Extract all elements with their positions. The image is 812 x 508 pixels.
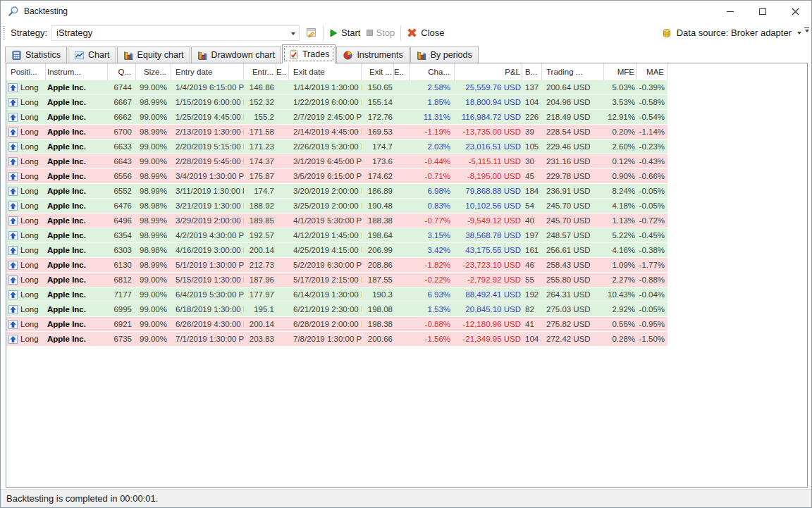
- properties-icon: [305, 27, 317, 39]
- table-row[interactable]: Long Apple Inc. 6552 98.99% 3/11/2019 1:…: [6, 184, 668, 199]
- stop-button[interactable]: Stop: [367, 27, 395, 38]
- bars-cell: 184: [522, 184, 542, 198]
- header-position[interactable]: Positi...: [6, 63, 46, 80]
- header-bars[interactable]: B...: [522, 63, 542, 80]
- header-trading[interactable]: Trading ...: [542, 63, 604, 80]
- quantity-cell: 6496: [108, 213, 136, 228]
- header-quantity[interactable]: Q...: [108, 63, 136, 80]
- long-position-icon: [8, 98, 18, 107]
- entry-extra-cell: [276, 169, 289, 183]
- table-row[interactable]: Long Apple Inc. 6556 98.99% 3/4/2019 1:3…: [6, 169, 668, 184]
- tab-chart[interactable]: Chart: [68, 47, 116, 63]
- table-row[interactable]: Long Apple Inc. 6812 99.00% 5/15/2019 1:…: [6, 273, 668, 287]
- toolbar-grip[interactable]: [3, 26, 5, 40]
- strategy-properties-button[interactable]: [305, 27, 317, 39]
- tab-instruments[interactable]: Instruments: [336, 47, 409, 63]
- table-row[interactable]: Long Apple Inc. 6130 98.99% 5/1/2019 1:3…: [6, 258, 668, 273]
- size-cell: 99.00%: [136, 110, 171, 124]
- entry-extra-cell: [276, 140, 289, 154]
- table-row[interactable]: Long Apple Inc. 6735 99.00% 7/1/2019 1:3…: [6, 332, 668, 347]
- start-button[interactable]: Start: [329, 27, 360, 38]
- pnl-cell: 23,016.51 USD: [455, 140, 522, 154]
- pnl-cell: 38,568.78 USD: [455, 228, 522, 242]
- tab-statistics[interactable]: Statistics: [5, 47, 67, 63]
- position-side: Long: [20, 261, 39, 269]
- quantity-cell: 6667: [108, 95, 136, 109]
- mae-cell: -0.54%: [636, 110, 668, 124]
- header-pnl[interactable]: P&L: [455, 63, 522, 80]
- close-backtest-button[interactable]: Close: [407, 27, 444, 38]
- entry-price-cell: 203.83: [244, 332, 276, 346]
- table-row[interactable]: Long Apple Inc. 6667 98.99% 1/15/2019 6:…: [6, 95, 668, 110]
- mae-cell: -0.88%: [636, 273, 668, 287]
- tab-drawdown-chart[interactable]: Drawdown chart: [191, 47, 281, 63]
- header-entry-date[interactable]: Entry date: [171, 63, 244, 80]
- exit-price-cell: 174.7: [362, 140, 394, 154]
- header-exit-extra[interactable]: E..: [394, 63, 410, 80]
- close-window-button[interactable]: [779, 1, 811, 22]
- exit-extra-cell: [394, 317, 410, 331]
- pnl-cell: -5,115.11 USD: [455, 154, 522, 168]
- change-cell: -1.82%: [410, 258, 455, 272]
- header-mae[interactable]: MAE: [636, 63, 668, 80]
- table-row[interactable]: Long Apple Inc. 6633 99.00% 2/20/2019 5:…: [6, 140, 668, 154]
- mfe-cell: 3.53%: [604, 95, 636, 109]
- change-cell: 3.15%: [410, 228, 455, 242]
- database-icon: [661, 27, 672, 39]
- exit-extra-cell: [394, 140, 410, 154]
- bars-cell: 39: [522, 125, 542, 139]
- position-side: Long: [20, 320, 39, 328]
- header-exit-date[interactable]: Exit date: [289, 63, 362, 80]
- entry-extra-cell: [276, 154, 289, 168]
- header-change[interactable]: Cha...: [410, 63, 455, 80]
- header-entry-extra[interactable]: E..: [276, 63, 289, 80]
- header-instrument[interactable]: Instrum...: [46, 63, 108, 80]
- exit-price-cell: 186.89: [362, 184, 394, 198]
- exit-extra-cell: [394, 95, 410, 109]
- mae-cell: -1.14%: [636, 125, 668, 139]
- table-row[interactable]: Long Apple Inc. 6921 99.00% 6/26/2019 4:…: [6, 317, 668, 332]
- strategy-combobox[interactable]: iStrategy: [51, 25, 300, 41]
- table-row[interactable]: Long Apple Inc. 6476 98.98% 3/21/2019 1:…: [6, 199, 668, 213]
- toolbar-overflow-button[interactable]: [804, 27, 810, 37]
- instrument-cell: Apple Inc.: [46, 199, 108, 213]
- table-row[interactable]: Long Apple Inc. 6700 98.99% 2/13/2019 1:…: [6, 125, 668, 140]
- trading-cell: 236.91 USD: [542, 184, 604, 198]
- long-position-icon: [8, 216, 18, 225]
- mae-cell: -0.38%: [636, 243, 668, 257]
- table-row[interactable]: Long Apple Inc. 6744 99.00% 1/4/2019 6:1…: [6, 80, 668, 95]
- table-row[interactable]: Long Apple Inc. 6643 99.00% 2/28/2019 5:…: [6, 154, 668, 169]
- maximize-button[interactable]: [746, 1, 779, 22]
- data-source-button[interactable]: Data source: Broker adapter: [661, 27, 801, 39]
- mfe-cell: 0.28%: [604, 332, 636, 346]
- trading-cell: 200.64 USD: [542, 80, 604, 94]
- instrument-cell: Apple Inc.: [46, 213, 108, 228]
- change-cell: 3.42%: [410, 243, 455, 257]
- header-entry-price[interactable]: Entr...: [244, 63, 276, 80]
- close-icon: [792, 8, 799, 16]
- mae-cell: -0.95%: [636, 317, 668, 331]
- table-row[interactable]: Long Apple Inc. 6303 98.98% 4/16/2019 3:…: [6, 243, 668, 258]
- header-mfe[interactable]: MFE: [604, 63, 636, 80]
- exit-date-cell: 3/25/2019 2:00:00 PM: [289, 199, 362, 213]
- exit-extra-cell: [394, 154, 410, 168]
- header-size[interactable]: Size...: [136, 63, 171, 80]
- long-position-icon: [8, 246, 18, 255]
- tab-trades[interactable]: Trades: [282, 44, 336, 63]
- tab-by-periods[interactable]: By periods: [410, 47, 479, 63]
- table-row[interactable]: Long Apple Inc. 6662 99.00% 1/25/2019 4:…: [6, 110, 668, 125]
- table-row[interactable]: Long Apple Inc. 6354 98.99% 4/2/2019 4:3…: [6, 228, 668, 243]
- minimize-button[interactable]: [714, 1, 746, 22]
- exit-date-cell: 4/1/2019 5:30:00 PM: [289, 213, 362, 228]
- table-row[interactable]: Long Apple Inc. 7177 99.00% 6/4/2019 5:3…: [6, 287, 668, 302]
- tab-equity-chart[interactable]: Equity chart: [117, 47, 190, 63]
- header-exit-price[interactable]: Exit ...: [362, 63, 394, 80]
- exit-date-cell: 1/14/2019 1:30:00 PM: [289, 80, 362, 94]
- calculator-icon: [11, 50, 22, 61]
- pnl-cell: 25,559.76 USD: [455, 80, 522, 94]
- table-row[interactable]: Long Apple Inc. 6496 98.99% 3/29/2019 2:…: [6, 213, 668, 228]
- trading-cell: 264.31 USD: [542, 287, 604, 302]
- table-row[interactable]: Long Apple Inc. 6995 99.00% 6/18/2019 1:…: [6, 302, 668, 317]
- change-cell: 11.31%: [410, 110, 455, 124]
- mfe-cell: 12.91%: [604, 110, 636, 124]
